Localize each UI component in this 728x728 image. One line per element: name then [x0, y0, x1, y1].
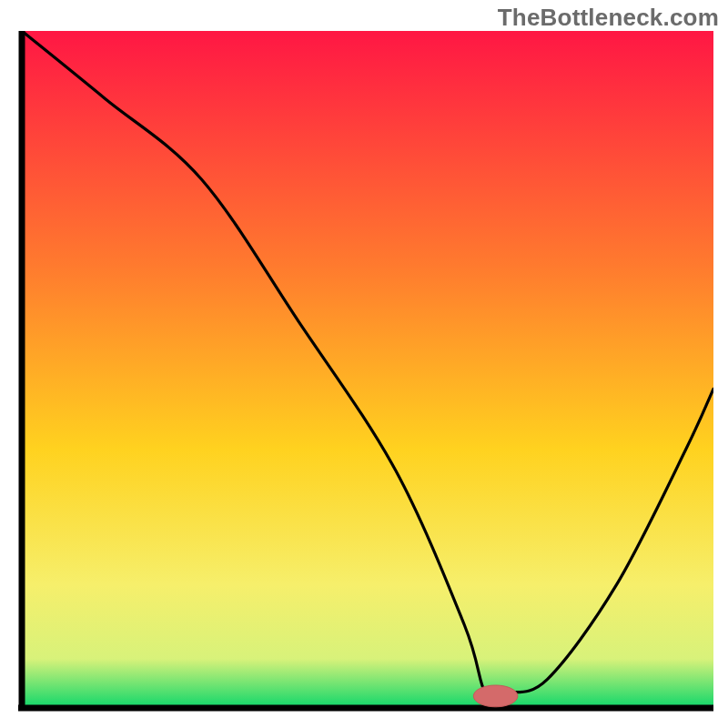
plot-area [15, 31, 713, 713]
watermark-text: TheBottleneck.com [498, 4, 719, 32]
chart-container: TheBottleneck.com [0, 0, 728, 728]
minimum-marker [473, 685, 518, 707]
gradient-background [22, 31, 713, 706]
chart-svg [15, 31, 713, 713]
